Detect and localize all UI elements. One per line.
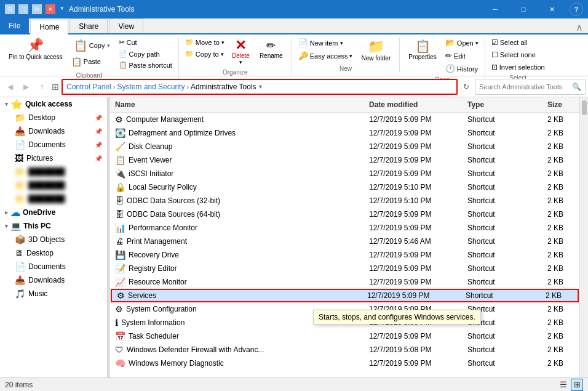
pin-to-quick-access-button[interactable]: 📌 Pin to Quick access (4, 37, 68, 63)
paste-shortcut-button[interactable]: 📋 Paste shortcut (116, 60, 175, 70)
file-row[interactable]: 💾 Recovery Drive 12/7/2019 5:09 PM Short… (110, 248, 579, 262)
delete-button[interactable]: ✕ Delete ▾ (228, 37, 253, 67)
chevron-up-icon[interactable]: ∧ (576, 22, 583, 33)
sidebar-item-music[interactable]: 🎵 Music (0, 287, 107, 300)
search-input[interactable] (479, 83, 572, 91)
properties-button[interactable]: 📋 Properties (403, 37, 442, 62)
tab-file[interactable]: File (0, 18, 29, 33)
file-size: 2 KB (542, 331, 579, 341)
sidebar-item-blurred3[interactable]: 📁 ███████ (0, 192, 107, 206)
breadcrumb-admin-tools[interactable]: Administrative Tools (191, 83, 256, 91)
sidebar-item-pictures[interactable]: 🖼 Pictures 📌 (0, 151, 107, 165)
history-button[interactable]: 🕐 History (443, 63, 481, 75)
help-button[interactable]: ? (570, 2, 583, 16)
file-row[interactable]: 📋 Event Viewer 12/7/2019 5:09 PM Shortcu… (110, 153, 579, 167)
file-row[interactable]: 🛡 Windows Defender Firewall with Advanc.… (110, 343, 579, 357)
column-header-type[interactable]: Type (463, 99, 542, 110)
minimize-button[interactable]: ─ (481, 0, 509, 18)
onedrive-header[interactable]: ▸ ☁ OneDrive (0, 206, 107, 219)
scroll-thumb[interactable] (580, 99, 588, 117)
address-dropdown-chevron-icon[interactable]: ▾ (259, 83, 262, 90)
file-area: Name Date modified Type Size ⚙ Computer … (110, 97, 579, 377)
file-row[interactable]: 🧹 Disk Cleanup 12/7/2019 5:09 PM Shortcu… (110, 140, 579, 153)
up-button[interactable]: ↑ (34, 79, 49, 94)
file-icon: 🗄 (115, 196, 124, 206)
sidebar-item-blurred1[interactable]: 📁 ███████ (0, 165, 107, 179)
details-view-button[interactable]: ☰ (557, 379, 570, 391)
computer-icon: 💻 (10, 221, 21, 231)
cut-button[interactable]: ✂ Cut (116, 37, 175, 48)
location-icon: ⊞ (50, 82, 60, 92)
tab-home[interactable]: Home (30, 20, 68, 34)
address-bar[interactable]: Control Panel › System and Security › Ad… (62, 79, 458, 95)
sidebar-item-pc-downloads[interactable]: 📥 Downloads (0, 273, 107, 287)
file-row[interactable]: ⚙ System Configuration 12/7/2019 5:09 PM… (110, 302, 579, 316)
file-row[interactable]: ⚙ Computer Management 12/7/2019 5:09 PM … (110, 113, 579, 126)
file-date: 12/7/2019 5:09 PM (364, 358, 463, 368)
copy-path-button[interactable]: 📄 Copy path (116, 49, 175, 59)
file-row[interactable]: ℹ System Information 12/7/2019 5:09 PM S… (110, 316, 579, 329)
column-header-date[interactable]: Date modified (364, 99, 463, 110)
copy-button[interactable]: 📋 Copy ▾ (69, 37, 115, 54)
new-buttons: 📄 New item ▾ 🔑 Easy access ▾ 📁 New folde… (296, 37, 396, 63)
new-item-button[interactable]: 📄 New item ▾ (296, 37, 356, 49)
copy-to-button[interactable]: 📁 Copy to ▾ (183, 49, 227, 59)
new-item-easy-group: 📄 New item ▾ 🔑 Easy access ▾ (296, 37, 356, 62)
maximize-button[interactable]: □ (509, 0, 538, 18)
select-all-button[interactable]: ☑ Select all (489, 37, 547, 48)
file-row[interactable]: 📝 Registry Editor 12/7/2019 5:09 PM Shor… (110, 262, 579, 275)
file-name-cell: 📈 Resource Monitor (110, 277, 364, 287)
file-row[interactable]: 📊 Performance Monitor 12/7/2019 5:09 PM … (110, 221, 579, 235)
paste-button[interactable]: 📋 Paste (69, 55, 115, 68)
column-header-size[interactable]: Size (542, 99, 579, 110)
file-size: 2 KB (542, 223, 579, 233)
breadcrumb-control-panel[interactable]: Control Panel (66, 83, 111, 91)
file-row[interactable]: 📅 Task Scheduler 12/7/2019 5:09 PM Short… (110, 329, 579, 343)
tab-view[interactable]: View (109, 18, 143, 33)
file-row[interactable]: 🖨 Print Management 12/7/2019 5:46 AM Sho… (110, 235, 579, 248)
sidebar-item-desktop[interactable]: 📁 Desktop 📌 (0, 111, 107, 124)
file-icon: ℹ (115, 318, 118, 328)
file-row[interactable]: ⚙ Services 12/7/2019 5:09 PM Shortcut 2 … (111, 289, 579, 302)
sidebar-item-downloads[interactable]: 📥 Downloads 📌 (0, 124, 107, 138)
rename-button[interactable]: ✏ Rename (255, 37, 288, 61)
file-icon: 🧹 (115, 142, 125, 151)
file-name-label: Task Scheduler (129, 332, 179, 341)
file-row[interactable]: 💽 Defragment and Optimize Drives 12/7/20… (110, 126, 579, 140)
file-row[interactable]: 🔌 iSCSI Initiator 12/7/2019 5:09 PM Shor… (110, 167, 579, 180)
sidebar-item-blurred2[interactable]: 📁 ███████ (0, 179, 107, 192)
column-header-name[interactable]: Name (110, 99, 364, 110)
file-size: 2 KB (542, 115, 579, 124)
tiles-view-button[interactable]: ⊞ (571, 379, 583, 391)
file-type: Shortcut (463, 142, 542, 151)
file-name-cell: ⚙ System Configuration (110, 304, 364, 314)
sidebar-item-documents[interactable]: 📄 Documents 📌 (0, 138, 107, 151)
easy-access-button[interactable]: 🔑 Easy access ▾ (296, 50, 356, 62)
breadcrumb-system-security[interactable]: System and Security (117, 83, 185, 91)
file-row[interactable]: 🔒 Local Security Policy 12/7/2019 5:10 P… (110, 180, 579, 194)
tab-share[interactable]: Share (70, 18, 108, 33)
sidebar-item-3d-objects[interactable]: 📦 3D Objects (0, 233, 107, 246)
search-box[interactable]: 🔍 (475, 79, 586, 95)
file-name-cell: ⚙ Services (112, 291, 362, 300)
this-pc-label: This PC (23, 222, 51, 230)
file-row[interactable]: 🗄 ODBC Data Sources (64-bit) 12/7/2019 5… (110, 208, 579, 221)
new-folder-button[interactable]: 📁 New folder (356, 37, 395, 63)
edit-button[interactable]: ✏ Edit (443, 50, 481, 62)
this-pc-header[interactable]: ▾ 💻 This PC (0, 219, 107, 233)
select-none-button[interactable]: ☐ Select none (489, 49, 547, 60)
quick-access-header[interactable]: ▾ ⭐ Quick access (0, 97, 107, 111)
file-row[interactable]: 🧠 Windows Memory Diagnostic 12/7/2019 5:… (110, 357, 579, 370)
file-size: 2 KB (542, 196, 579, 206)
sidebar-item-pc-documents[interactable]: 📄 Documents (0, 260, 107, 273)
clipboard-group: 📌 Pin to Quick access 📋 Copy ▾ 📋 Paste ✂… (0, 37, 179, 79)
organize-label: Organize (223, 69, 248, 76)
move-to-button[interactable]: 📁 Move to ▾ (183, 37, 227, 47)
close-button[interactable]: ✕ (538, 0, 566, 18)
file-row[interactable]: 📈 Resource Monitor 12/7/2019 5:09 PM Sho… (110, 275, 579, 289)
sidebar-item-pc-desktop[interactable]: 🖥 Desktop (0, 246, 107, 260)
open-button[interactable]: 📂 Open ▾ (443, 37, 481, 49)
file-row[interactable]: 🗄 ODBC Data Sources (32-bit) 12/7/2019 5… (110, 194, 579, 208)
refresh-button[interactable]: ↻ (459, 79, 474, 95)
invert-selection-button[interactable]: ⊡ Invert selection (489, 62, 547, 73)
